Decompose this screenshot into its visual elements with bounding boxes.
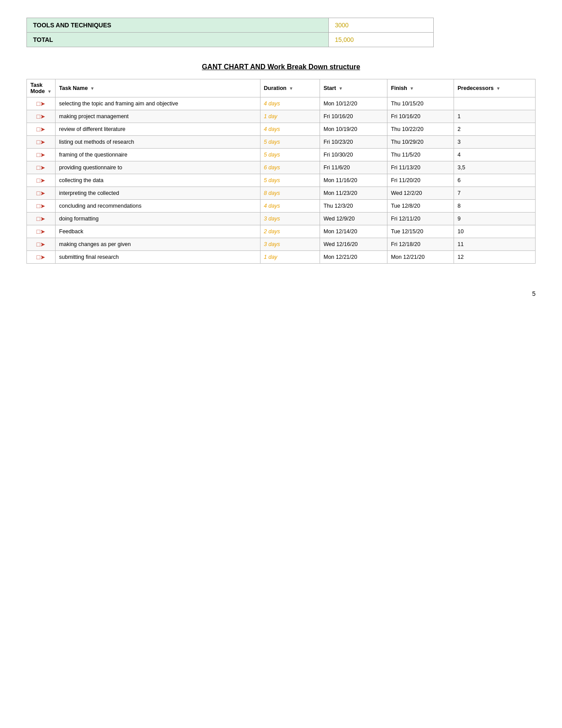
task-name-cell: framing of the questionnaire — [56, 149, 260, 161]
start-cell: Wed 12/16/20 — [320, 238, 387, 251]
table-row: □➤collecting the data5 daysMon 11/16/20F… — [27, 174, 536, 187]
task-mode-icon: □➤ — [37, 228, 45, 235]
finish-label: Finish — [391, 85, 407, 91]
start-cell: Fri 10/23/20 — [320, 136, 387, 149]
budget-row: TOOLS AND TECHNIQUES 3000 — [27, 18, 434, 33]
task-mode-cell: □➤ — [27, 174, 56, 187]
predecessors-cell: 4 — [454, 149, 536, 161]
table-row: □➤framing of the questionnaire5 daysFri … — [27, 149, 536, 161]
start-cell: Mon 12/21/20 — [320, 251, 387, 264]
budget-value: 3000 — [328, 18, 433, 33]
start-cell: Mon 12/14/20 — [320, 225, 387, 238]
budget-label: TOOLS AND TECHNIQUES — [27, 18, 329, 33]
finish-cell: Thu 10/29/20 — [387, 136, 454, 149]
duration-label: Duration — [264, 85, 287, 91]
task-name-cell: Feedback — [56, 225, 260, 238]
task-mode-icon: □➤ — [37, 100, 45, 107]
start-dropdown-icon: ▼ — [339, 86, 343, 91]
gantt-table: TaskMode ▼Task Name ▼Duration ▼Start ▼Fi… — [26, 79, 536, 264]
task-mode-icon: □➤ — [37, 113, 45, 120]
gantt-header-task-mode[interactable]: TaskMode ▼ — [27, 79, 56, 97]
task-mode-cell: □➤ — [27, 213, 56, 225]
predecessors-cell: 9 — [454, 213, 536, 225]
task-name-cell: concluding and recommendations — [56, 200, 260, 213]
task-mode-icon: □➤ — [37, 138, 45, 146]
start-cell: Wed 12/9/20 — [320, 213, 387, 225]
gantt-header-duration[interactable]: Duration ▼ — [260, 79, 320, 97]
finish-cell: Fri 10/16/20 — [387, 110, 454, 123]
predecessors-cell: 1 — [454, 110, 536, 123]
task-mode-icon: □➤ — [37, 254, 45, 261]
duration-cell: 3 days — [260, 238, 320, 251]
task-mode-cell: □➤ — [27, 200, 56, 213]
predecessors-cell: 8 — [454, 200, 536, 213]
task-name-cell: submitting final research — [56, 251, 260, 264]
budget-table: TOOLS AND TECHNIQUES 3000 TOTAL 15,000 — [26, 18, 434, 47]
finish-cell: Fri 12/11/20 — [387, 213, 454, 225]
gantt-header-finish[interactable]: Finish ▼ — [387, 79, 454, 97]
task-name-cell: making changes as per given — [56, 238, 260, 251]
table-row: □➤interpreting the collected8 daysMon 11… — [27, 187, 536, 200]
finish-cell: Thu 11/5/20 — [387, 149, 454, 161]
duration-cell: 4 days — [260, 200, 320, 213]
task-name-dropdown-icon: ▼ — [90, 86, 95, 91]
section-title: GANT CHART AND Work Break Down structure — [26, 63, 536, 71]
task-name-cell: making project management — [56, 110, 260, 123]
table-row: □➤making project management1 dayFri 10/1… — [27, 110, 536, 123]
table-row: □➤selecting the topic and framing aim an… — [27, 97, 536, 110]
duration-cell: 3 days — [260, 213, 320, 225]
task-name-cell: collecting the data — [56, 174, 260, 187]
duration-cell: 5 days — [260, 149, 320, 161]
task-mode-icon: □➤ — [37, 151, 45, 158]
finish-dropdown-icon: ▼ — [409, 86, 414, 91]
task-mode-icon: □➤ — [37, 177, 45, 184]
predecessors-cell: 3 — [454, 136, 536, 149]
task-name-label: Task Name — [59, 85, 88, 91]
table-row: □➤listing out methods of research5 daysF… — [27, 136, 536, 149]
predecessors-dropdown-icon: ▼ — [496, 86, 501, 91]
task-mode-icon: □➤ — [37, 190, 45, 197]
finish-cell: Mon 12/21/20 — [387, 251, 454, 264]
task-mode-icon: □➤ — [37, 241, 45, 248]
predecessors-label: Predecessors — [458, 85, 494, 91]
predecessors-cell: 6 — [454, 174, 536, 187]
table-row: □➤concluding and recommendations4 daysTh… — [27, 200, 536, 213]
task-mode-cell: □➤ — [27, 225, 56, 238]
task-mode-cell: □➤ — [27, 123, 56, 136]
table-row: □➤making changes as per given3 daysWed 1… — [27, 238, 536, 251]
task-name-cell: review of different literature — [56, 123, 260, 136]
gantt-header-task-name[interactable]: Task Name ▼ — [56, 79, 260, 97]
task-mode-cell: □➤ — [27, 110, 56, 123]
task-mode-cell: □➤ — [27, 238, 56, 251]
start-label: Start — [324, 85, 336, 91]
task-name-cell: listing out methods of research — [56, 136, 260, 149]
table-row: □➤doing formatting3 daysWed 12/9/20Fri 1… — [27, 213, 536, 225]
task-mode-cell: □➤ — [27, 97, 56, 110]
task-mode-icon: □➤ — [37, 215, 45, 222]
finish-cell: Fri 11/13/20 — [387, 161, 454, 174]
task-mode-icon: □➤ — [37, 202, 45, 209]
gantt-header-start[interactable]: Start ▼ — [320, 79, 387, 97]
task-mode-cell: □➤ — [27, 161, 56, 174]
task-name-cell: doing formatting — [56, 213, 260, 225]
budget-label: TOTAL — [27, 33, 329, 47]
task-mode-icon: □➤ — [37, 164, 45, 171]
task-mode-label: TaskMode — [30, 82, 45, 94]
task-mode-cell: □➤ — [27, 187, 56, 200]
predecessors-cell: 12 — [454, 251, 536, 264]
finish-cell: Fri 12/18/20 — [387, 238, 454, 251]
duration-cell: 6 days — [260, 161, 320, 174]
start-cell: Fri 10/16/20 — [320, 110, 387, 123]
duration-cell: 4 days — [260, 123, 320, 136]
table-row: □➤submitting final research1 dayMon 12/2… — [27, 251, 536, 264]
finish-cell: Thu 10/22/20 — [387, 123, 454, 136]
duration-cell: 1 day — [260, 251, 320, 264]
duration-cell: 5 days — [260, 136, 320, 149]
finish-cell: Thu 10/15/20 — [387, 97, 454, 110]
predecessors-cell — [454, 97, 536, 110]
start-cell: Thu 12/3/20 — [320, 200, 387, 213]
task-mode-cell: □➤ — [27, 149, 56, 161]
duration-cell: 8 days — [260, 187, 320, 200]
start-cell: Mon 10/19/20 — [320, 123, 387, 136]
gantt-header-predecessors[interactable]: Predecessors ▼ — [454, 79, 536, 97]
